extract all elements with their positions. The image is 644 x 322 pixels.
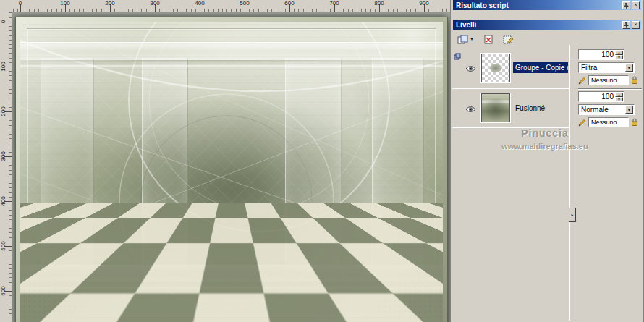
ruler-label: 100	[0, 60, 7, 73]
layer-row[interactable]: Fusionné	[452, 88, 569, 127]
splitter-arrow-icon: ►	[571, 213, 575, 217]
pin-button[interactable]	[622, 1, 630, 9]
properties-separator	[578, 88, 642, 90]
layers-titlebar: Livelli ×	[453, 20, 641, 30]
blend-mode-value: Filtra	[581, 64, 597, 72]
ruler-label: 300	[0, 150, 7, 163]
opacity-field[interactable]: 100 ▲ ▼	[578, 49, 624, 60]
ruler-label: 400	[0, 195, 7, 208]
close-icon: ×	[634, 22, 637, 27]
layer-visibility-toggle[interactable]	[464, 104, 477, 114]
horizontal-ruler[interactable]: 0 100 200 300 400 500 600 700 800 900	[12, 0, 450, 12]
ruler-label: 0	[12, 0, 29, 7]
script-result-titlebar: Risultato script ×	[453, 0, 641, 10]
opacity-value: 100	[601, 51, 614, 59]
dropdown-arrow-icon: ▼	[625, 64, 633, 72]
script-result-title: Risultato script	[456, 1, 622, 10]
layers-list: Groupe - Copie de Fusionné	[452, 48, 569, 127]
new-layer-icon	[457, 35, 469, 44]
layer-row[interactable]: Groupe - Copie de	[452, 48, 569, 88]
layer-name[interactable]: Fusionné	[513, 103, 568, 114]
watermark: Pinuccia www.maldiregrafias.eu	[465, 127, 624, 151]
opacity-row: 100 ▲ ▼	[578, 49, 624, 60]
close-button[interactable]: ×	[632, 21, 640, 29]
link-set-field[interactable]: Nessuno	[588, 117, 629, 127]
vertical-ruler[interactable]: 0 100 200 300 400 500 600	[0, 12, 12, 322]
layer-name[interactable]: Groupe - Copie de	[513, 62, 568, 73]
canvas-image[interactable]	[16, 17, 447, 322]
pin-icon	[623, 22, 630, 28]
layers-toolbar: ▼	[455, 32, 516, 46]
palettes-sidebar: Risultato script × Livelli ×	[450, 0, 644, 322]
blend-mode-row: Normale ▼	[578, 104, 635, 115]
blend-mode-dropdown[interactable]: Normale ▼	[578, 104, 635, 115]
opacity-row: 100 ▲ ▼	[578, 91, 624, 102]
opacity-spinner: ▲ ▼	[615, 51, 623, 59]
opacity-spinner: ▲ ▼	[615, 93, 623, 101]
ruler-label: 500	[0, 240, 7, 253]
pencil-icon	[578, 119, 586, 127]
ruler-label: 100	[56, 0, 74, 7]
layer-thumbnail[interactable]	[481, 93, 510, 122]
ruler-label: 200	[101, 0, 119, 7]
inner-frame-line	[27, 29, 436, 317]
ruler-label: 500	[236, 0, 253, 7]
close-button[interactable]: ×	[632, 1, 640, 9]
new-layer-button[interactable]: ▼	[455, 33, 476, 46]
ruler-label: 0	[0, 15, 7, 28]
spin-down-button[interactable]: ▼	[615, 97, 623, 101]
link-set-row: Nessuno	[578, 117, 638, 127]
delete-layer-icon	[483, 35, 493, 44]
blend-mode-row: Filtra ▼	[578, 62, 635, 73]
opacity-field[interactable]: 100 ▲ ▼	[578, 91, 624, 102]
watermark-url: www.maldiregrafias.eu	[465, 142, 624, 151]
edit-link-set-button[interactable]	[578, 77, 586, 85]
lock-transparency-toggle[interactable]	[631, 76, 638, 85]
ruler-label: 800	[370, 0, 388, 7]
spin-down-button[interactable]: ▼	[615, 55, 623, 59]
ruler-label: 600	[0, 284, 7, 297]
lock-icon	[631, 76, 638, 85]
ruler-label: 700	[326, 0, 343, 7]
pin-button[interactable]	[622, 21, 630, 29]
layer-thumbnail[interactable]	[481, 54, 510, 82]
palette-splitter[interactable]: ►	[569, 45, 575, 321]
dropdown-arrow-icon: ▼	[625, 106, 633, 114]
eye-icon	[465, 65, 476, 72]
ruler-label: 200	[0, 105, 7, 118]
delete-layer-button[interactable]	[481, 33, 496, 46]
pin-icon	[623, 2, 630, 9]
opacity-value: 100	[601, 93, 614, 101]
layers-title: Livelli	[456, 20, 622, 30]
canvas-workspace[interactable]	[12, 12, 450, 322]
ruler-label: 900	[415, 0, 433, 7]
ruler-corner	[0, 0, 12, 12]
chevron-down-icon: ▼	[470, 37, 474, 41]
link-set-field[interactable]: Nessuno	[588, 75, 629, 85]
layer-visibility-toggle[interactable]	[464, 64, 477, 73]
script-result-body	[453, 10, 641, 19]
edit-selection-button[interactable]	[501, 33, 516, 46]
eye-icon	[465, 106, 476, 113]
watermark-name: Pinuccia	[465, 127, 624, 139]
edit-selection-icon	[503, 35, 514, 44]
splitter-collapse-button[interactable]: ►	[569, 208, 576, 222]
pencil-icon	[578, 77, 586, 85]
ruler-label: 300	[146, 0, 164, 7]
thumbnail-image	[490, 64, 501, 72]
lock-transparency-toggle[interactable]	[631, 118, 638, 127]
layer-group-icon	[454, 50, 461, 63]
blend-mode-value: Normale	[581, 106, 609, 114]
link-set-row: Nessuno	[578, 75, 638, 85]
ruler-label: 400	[191, 0, 208, 7]
ruler-label: 600	[281, 0, 298, 7]
psp-window: 0 100 200 300 400 500 600 700 800 900 0 …	[0, 0, 644, 322]
close-icon: ×	[634, 2, 637, 8]
edit-link-set-button[interactable]	[578, 119, 586, 127]
lock-icon	[631, 118, 638, 127]
blend-mode-dropdown[interactable]: Filtra ▼	[578, 62, 635, 73]
